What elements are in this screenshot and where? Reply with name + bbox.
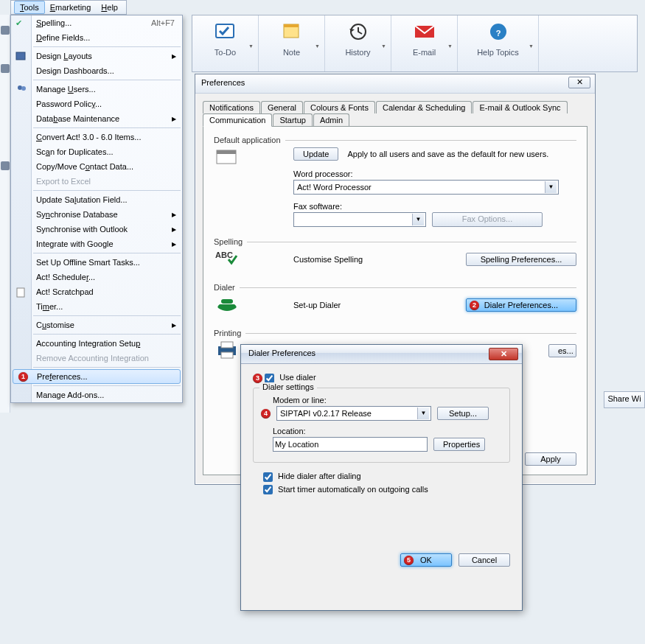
submenu-arrow-icon: ▶: [172, 53, 176, 60]
submenu-arrow-icon: ▶: [172, 241, 176, 248]
dialer-prefs-button[interactable]: 2 Dialer Preferences...: [466, 298, 576, 312]
menu-update-salutation[interactable]: Update Salutation Field...: [11, 192, 182, 207]
tab-email-outlook[interactable]: E-mail & Outlook Sync: [473, 101, 567, 113]
email-icon: [414, 23, 436, 41]
modem-label: Modem or line:: [273, 396, 501, 405]
use-dialer-label: Use dialer: [279, 373, 316, 382]
menu-help[interactable]: Help: [96, 1, 123, 13]
spelling-abc-icon: ABC: [215, 249, 239, 270]
update-button[interactable]: Update: [293, 147, 338, 161]
start-timer-checkbox[interactable]: [263, 485, 273, 494]
use-dialer-checkbox[interactable]: [265, 374, 274, 383]
section-default-app: Default application: [214, 136, 281, 144]
menu-convert-act[interactable]: Convert Act! 3.0 - 6.0 Items...: [11, 130, 182, 144]
menu-spelling[interactable]: ✔ Spelling...Alt+F7: [11, 15, 182, 30]
customise-spelling-label: Customise Spelling: [293, 255, 363, 264]
history-icon: [347, 23, 369, 41]
menu-database-maintenance[interactable]: Database Maintenance▶: [11, 111, 182, 126]
tools-dropdown: ✔ Spelling...Alt+F7 Define Fields... Des…: [10, 15, 183, 403]
dropdown-arrow-icon: ▼: [412, 214, 424, 225]
dialer-preferences-dialog: Dialer Preferences ✕ 3 Use dialer Dialer…: [240, 344, 523, 611]
properties-button[interactable]: Properties: [433, 438, 485, 451]
hide-dialer-label: Hide dialer after dialing: [278, 472, 361, 480]
setup-button[interactable]: Setup...: [437, 407, 489, 420]
tab-startup[interactable]: Startup: [273, 113, 312, 126]
tab-colours-fonts[interactable]: Colours & Fonts: [304, 101, 375, 113]
menu-copy-move-contact[interactable]: Copy/Move Contact Data...: [11, 159, 182, 174]
menu-customise[interactable]: Customise▶: [11, 318, 182, 332]
location-input[interactable]: [273, 437, 428, 452]
menu-design-dashboards[interactable]: Design Dashboards...: [11, 63, 182, 78]
tab-calendar-scheduling[interactable]: Calendar & Scheduling: [376, 101, 473, 113]
menu-sync-outlook[interactable]: Synchronise with Outlook▶: [11, 222, 182, 237]
menu-password-policy[interactable]: Password Policy...: [11, 97, 182, 111]
window-title: Preferences: [201, 78, 245, 87]
svg-point-2: [18, 85, 22, 90]
menu-emarketing[interactable]: Emarketing: [45, 1, 97, 13]
apply-button[interactable]: Apply: [525, 452, 576, 466]
tab-communication[interactable]: Communication: [203, 113, 272, 127]
cancel-button[interactable]: Cancel: [459, 553, 510, 567]
sidebar-icon[interactable]: [1, 26, 10, 35]
setup-dialer-label: Set-up Dialer: [293, 301, 341, 309]
scratchpad-icon: [15, 287, 27, 298]
svg-rect-15: [221, 299, 233, 304]
svg-text:ABC: ABC: [215, 251, 233, 259]
menu-sync-database[interactable]: Synchronise Database▶: [11, 207, 182, 222]
menu-preferences[interactable]: 1 Preferences...: [13, 369, 181, 384]
dialog-title: Dialer Preferences: [248, 349, 315, 357]
toolbar-email[interactable]: E-mail▼: [391, 15, 458, 71]
menu-manage-addons[interactable]: Manage Add-ons...: [11, 388, 182, 402]
submenu-arrow-icon: ▶: [172, 322, 176, 329]
toolbar-todo[interactable]: To-Do▼: [192, 15, 259, 71]
menu-define-fields[interactable]: Define Fields...: [11, 30, 182, 45]
submenu-arrow-icon: ▶: [172, 211, 176, 218]
toolbar-note[interactable]: Note▼: [259, 15, 325, 71]
menu-scan-duplicates[interactable]: Scan for Duplicates...: [11, 144, 182, 159]
svg-rect-4: [17, 288, 24, 297]
tab-general[interactable]: General: [261, 101, 303, 113]
help-icon: ?: [487, 23, 509, 41]
todo-icon: [215, 23, 237, 41]
location-label: Location:: [273, 427, 501, 435]
hide-dialer-checkbox[interactable]: [263, 472, 273, 482]
printing-es-button[interactable]: es...: [548, 344, 576, 357]
menu-offline-smart-tasks[interactable]: Set Up Offline Smart Tasks...: [11, 255, 182, 270]
menu-design-layouts[interactable]: Design Layouts▶: [11, 49, 182, 63]
toolbar-help-topics[interactable]: ? Help Topics▼: [458, 15, 539, 71]
sidebar-icon[interactable]: [1, 161, 10, 170]
dropdown-arrow-icon[interactable]: ▼: [529, 43, 534, 49]
ok-button[interactable]: 5 OK: [400, 553, 452, 567]
modem-combo[interactable]: SIPTAPI v0.2.17 Release▼: [276, 406, 431, 421]
layout-icon: [15, 51, 27, 63]
callout-badge-1: 1: [18, 372, 28, 382]
dialog-close-button[interactable]: ✕: [489, 348, 518, 360]
dropdown-arrow-icon[interactable]: ▼: [315, 43, 320, 49]
submenu-arrow-icon: ▶: [172, 116, 176, 122]
fax-combo[interactable]: ▼: [293, 212, 426, 227]
tab-notifications[interactable]: Notifications: [203, 101, 260, 113]
svg-rect-13: [217, 150, 236, 154]
menu-integrate-google[interactable]: Integrate with Google▶: [11, 237, 182, 251]
wp-combo[interactable]: Act! Word Processor▼: [293, 180, 559, 195]
dropdown-arrow-icon[interactable]: ▼: [248, 43, 254, 49]
menu-manage-users[interactable]: Manage Users...: [11, 82, 182, 97]
sidebar-icon[interactable]: [1, 64, 10, 73]
menu-remove-accounting: Remove Accounting Integration: [11, 351, 182, 365]
menu-accounting-setup[interactable]: Accounting Integration Setup: [11, 336, 182, 351]
menu-tools[interactable]: TToolsools: [14, 1, 45, 14]
close-button[interactable]: ✕: [568, 77, 590, 88]
menu-timer[interactable]: Timer...: [11, 299, 182, 314]
menu-act-scheduler[interactable]: Act! Scheduler...: [11, 270, 182, 284]
toolbar-history[interactable]: History▼: [325, 15, 391, 71]
dropdown-arrow-icon[interactable]: ▼: [381, 43, 386, 49]
svg-point-3: [21, 86, 26, 91]
spelling-prefs-button[interactable]: Spelling Preferences...: [466, 253, 576, 266]
menu-act-scratchpad[interactable]: Act! Scratchpad: [11, 284, 182, 299]
spellcheck-icon: ✔: [15, 18, 27, 29]
dropdown-arrow-icon[interactable]: ▼: [447, 43, 453, 49]
titlebar: Preferences ✕: [195, 74, 595, 94]
share-button[interactable]: Share Wi: [604, 391, 645, 408]
tab-admin[interactable]: Admin: [313, 113, 349, 126]
callout-badge-5: 5: [404, 556, 414, 565]
